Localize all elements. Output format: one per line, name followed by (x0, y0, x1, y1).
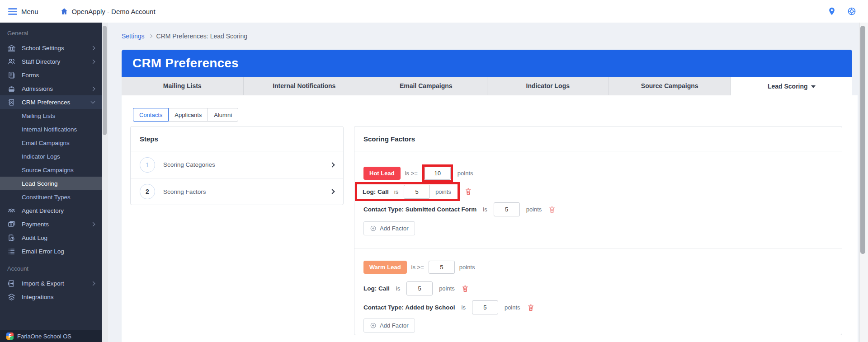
breadcrumb-separator-icon (148, 34, 152, 38)
section-tabs: Mailing Lists Internal Notifications Ema… (122, 77, 852, 95)
sidebar-item-integrations[interactable]: Integrations (0, 290, 102, 304)
chevron-right-icon (330, 162, 335, 167)
chevron-right-icon (330, 189, 335, 194)
hamburger-icon (8, 8, 17, 15)
step-number-badge: 1 (140, 157, 155, 173)
subtab-contacts[interactable]: Contacts (133, 108, 169, 122)
sidebar-item-staff-directory[interactable]: Staff Directory (0, 55, 102, 68)
sidebar-item-admissions[interactable]: Admissions (0, 82, 102, 95)
hot-lead-badge: Hot Lead (363, 167, 401, 180)
warm-lead-factor-row-added-by-school: Contact Type: Added by School is points (363, 300, 535, 314)
sidebar-nav: General School Settings Staff Directory … (0, 23, 102, 342)
audience-subtabs: Contacts Applicants Alumni (133, 108, 238, 122)
factor-points-input[interactable] (494, 202, 520, 216)
list-log-icon (7, 247, 16, 256)
add-factor-button[interactable]: Add Factor (363, 319, 415, 333)
add-factor-button[interactable]: Add Factor (363, 221, 415, 235)
delete-factor-trash-icon[interactable] (464, 187, 472, 196)
step-scoring-categories[interactable]: 1 Scoring Categories (131, 151, 343, 178)
openapply-app: Menu OpenApply - Demo Account General Sc… (0, 0, 868, 342)
hot-lead-threshold-input[interactable] (425, 167, 451, 180)
tab-source-campaigns[interactable]: Source Campaigns (609, 77, 731, 95)
page-scrollbar-thumb[interactable] (860, 26, 865, 254)
people-icon (7, 57, 16, 66)
sidebar-subitem-indicator-logs[interactable]: Indicator Logs (0, 150, 102, 163)
chevron-down-icon (91, 99, 95, 104)
subtab-applicants[interactable]: Applicants (168, 108, 208, 122)
chevron-right-icon (91, 59, 95, 64)
caret-down-icon (811, 85, 816, 88)
clipboard-clock-icon (7, 234, 16, 242)
sidebar-subitem-lead-scoring[interactable]: Lead Scoring (0, 177, 102, 190)
chevron-right-icon (91, 46, 95, 50)
delete-factor-trash-icon[interactable] (461, 285, 469, 293)
sidebar-scrollbar-thumb[interactable] (103, 26, 107, 135)
sidebar-subitem-internal-notifications[interactable]: Internal Notifications (0, 122, 102, 136)
step-scoring-factors[interactable]: 2 Scoring Factors (131, 178, 343, 205)
tab-mailing-lists[interactable]: Mailing Lists (122, 77, 244, 95)
page-title: CRM Preferences (132, 56, 239, 70)
home-icon (60, 7, 68, 15)
hot-lead-factor-row-contact-form: Contact Type: Submitted Contact Form is … (363, 202, 556, 216)
breadcrumb-settings-link[interactable]: Settings (122, 33, 145, 40)
help-lifering-icon[interactable] (847, 7, 856, 16)
fariaone-logo-icon: F (6, 333, 14, 340)
sidebar-item-crm-preferences[interactable]: CRM Preferences (0, 95, 102, 109)
menu-label: Menu (21, 8, 38, 15)
chevron-right-icon (91, 86, 95, 91)
group-divider (354, 248, 842, 249)
sidebar-item-agent-directory[interactable]: Agent Directory (0, 204, 102, 217)
chevron-right-icon (91, 281, 95, 286)
plus-circle-icon (370, 225, 377, 232)
sidebar-item-forms[interactable]: Forms (0, 68, 102, 82)
top-bar: Menu OpenApply - Demo Account (0, 0, 868, 23)
breadcrumb-current: CRM Preferences: Lead Scoring (156, 33, 248, 40)
payment-cards-icon (7, 220, 16, 229)
sidebar-item-school-settings[interactable]: School Settings (0, 41, 102, 55)
steps-panel-title: Steps (131, 126, 343, 151)
sidebar-item-audit-log[interactable]: Audit Log (0, 231, 102, 244)
factor-points-input[interactable] (406, 281, 433, 295)
sidebar-section-account: Account (0, 258, 102, 276)
chevron-right-icon (91, 222, 95, 226)
location-pin-icon[interactable] (827, 7, 836, 16)
warm-lead-threshold-input[interactable] (429, 261, 455, 274)
home-brand-link[interactable]: OpenApply - Demo Account (60, 7, 156, 15)
fariaone-label: FariaOne School OS (17, 333, 71, 340)
breadcrumb: Settings CRM Preferences: Lead Scoring (122, 33, 247, 40)
annotation-highlight-box: Log: Call is points (355, 182, 460, 201)
tab-internal-notifications[interactable]: Internal Notifications (244, 77, 366, 95)
sidebar-item-payments[interactable]: Payments (0, 217, 102, 231)
scoring-factors-panel: Scoring Factors Hot Lead is >= points Lo… (354, 126, 842, 335)
document-icon (7, 71, 16, 80)
topbar-actions (827, 7, 856, 16)
factor-points-input[interactable] (404, 185, 430, 199)
people-group-icon (7, 206, 16, 215)
sidebar-footer: F FariaOne School OS (0, 330, 102, 342)
tab-lead-scoring[interactable]: Lead Scoring (731, 77, 853, 95)
step-number-badge: 2 (140, 184, 155, 199)
sidebar-item-email-error-log[interactable]: Email Error Log (0, 244, 102, 258)
delete-factor-trash-icon[interactable] (527, 304, 535, 312)
factor-points-input[interactable] (472, 300, 498, 314)
sidebar-subitem-source-campaigns[interactable]: Source Campaigns (0, 163, 102, 177)
subtab-alumni[interactable]: Alumni (208, 108, 238, 122)
menu-button[interactable]: Menu (8, 8, 38, 15)
sidebar-subitem-email-campaigns[interactable]: Email Campaigns (0, 136, 102, 150)
delete-factor-trash-icon[interactable] (548, 206, 556, 214)
sidebar-subitem-mailing-lists[interactable]: Mailing Lists (0, 109, 102, 122)
sidebar-section-general: General (0, 23, 102, 41)
scoring-factors-title: Scoring Factors (354, 126, 842, 151)
school-building-icon (7, 44, 16, 52)
layers-icon (7, 293, 16, 301)
tab-email-campaigns[interactable]: Email Campaigns (365, 77, 487, 95)
warm-lead-threshold-row: Warm Lead is >= points (363, 261, 475, 274)
tab-indicator-logs[interactable]: Indicator Logs (487, 77, 609, 95)
page-banner: CRM Preferences (122, 50, 852, 77)
hot-lead-factor-row-log-call: Log: Call is points (355, 182, 472, 201)
address-book-icon (7, 98, 16, 107)
sidebar-item-import-export[interactable]: Import & Export (0, 276, 102, 290)
sidebar-subitem-constituent-types[interactable]: Constituent Types (0, 190, 102, 204)
warm-lead-badge: Warm Lead (363, 261, 407, 274)
annotation-highlight-box (422, 164, 453, 182)
